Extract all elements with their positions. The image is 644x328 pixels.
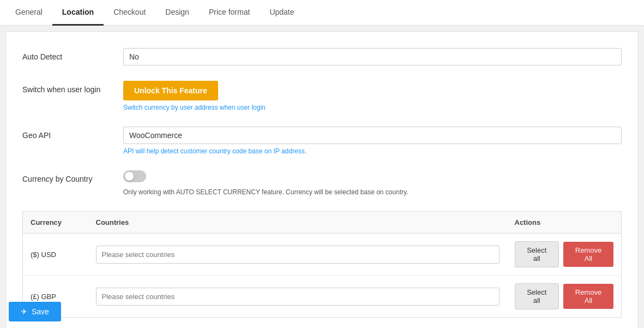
geo-api-select[interactable]: WooCommerce: [123, 127, 622, 144]
currency-by-country-hint: Only working with AUTO SELECT CURRENCY f…: [123, 188, 622, 196]
table-row: (£) GBP Select all Remove All: [23, 276, 622, 318]
currency-by-country-row: Currency by Country Only working with AU…: [22, 170, 622, 196]
select-all-gbp-button[interactable]: Select all: [515, 283, 559, 309]
tab-checkout[interactable]: Checkout: [104, 0, 155, 26]
auto-detect-label: Auto Detect: [22, 48, 123, 61]
countries-usd-cell: [88, 234, 507, 276]
actions-gbp: Select all Remove All: [515, 283, 614, 309]
table-row: ($) USD Select all Remove All: [23, 234, 622, 276]
remove-all-usd-button[interactable]: Remove All: [563, 242, 613, 267]
unlock-feature-button[interactable]: Unlock This Feature: [123, 81, 218, 100]
geo-api-row: Geo API WooCommerce API will help detect…: [22, 127, 622, 155]
switch-user-login-row: Switch when user login Unlock This Featu…: [22, 81, 622, 111]
switch-user-login-hint: Switch currency by user address when use…: [123, 104, 622, 111]
tab-update[interactable]: Update: [260, 0, 304, 26]
currency-by-country-control: Only working with AUTO SELECT CURRENCY f…: [123, 170, 622, 196]
toggle-track: [123, 170, 146, 182]
col-header-currency: Currency: [23, 212, 88, 234]
select-all-usd-button[interactable]: Select all: [515, 241, 559, 267]
actions-usd: Select all Remove All: [515, 241, 614, 267]
auto-detect-control: No: [123, 48, 622, 65]
tab-general[interactable]: General: [5, 0, 52, 26]
actions-usd-cell: Select all Remove All: [507, 234, 622, 276]
currency-usd: ($) USD: [23, 234, 88, 276]
countries-usd-input[interactable]: [96, 246, 499, 264]
tab-price-format[interactable]: Price format: [199, 0, 260, 26]
remove-all-gbp-button[interactable]: Remove All: [563, 284, 613, 309]
tabs-bar: General Location Checkout Design Price f…: [0, 0, 644, 26]
geo-api-control: WooCommerce API will help detect custome…: [123, 127, 622, 155]
currency-by-country-toggle[interactable]: [123, 170, 146, 182]
currency-table: Currency Countries Actions ($) USD Selec…: [22, 211, 622, 318]
auto-detect-row: Auto Detect No: [22, 48, 622, 65]
tab-design[interactable]: Design: [155, 0, 199, 26]
actions-gbp-cell: Select all Remove All: [507, 276, 622, 318]
save-button[interactable]: ✈ Save: [9, 302, 61, 321]
geo-api-label: Geo API: [22, 127, 123, 140]
save-icon: ✈: [21, 307, 27, 316]
switch-user-login-label: Switch when user login: [22, 81, 123, 94]
content-area: Auto Detect No Switch when user login Un…: [5, 31, 639, 328]
switch-user-login-control: Unlock This Feature Switch currency by u…: [123, 81, 622, 111]
save-bar: ✈ Save: [0, 295, 70, 328]
tab-location[interactable]: Location: [52, 0, 104, 26]
countries-gbp-input[interactable]: [96, 288, 499, 306]
countries-gbp-cell: [88, 276, 507, 318]
page-wrapper: General Location Checkout Design Price f…: [0, 0, 644, 328]
save-button-label: Save: [32, 307, 49, 316]
geo-api-hint: API will help detect customer country co…: [123, 147, 622, 155]
col-header-countries: Countries: [88, 212, 507, 234]
currency-by-country-label: Currency by Country: [22, 170, 123, 183]
toggle-knob: [125, 172, 134, 181]
auto-detect-select[interactable]: No: [123, 48, 622, 65]
col-header-actions: Actions: [507, 212, 622, 234]
